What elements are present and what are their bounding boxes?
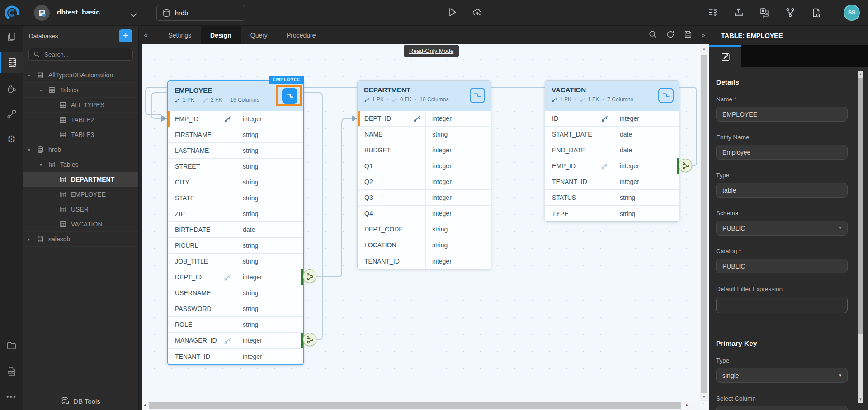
tree-item-employee[interactable]: EMPLOYEE: [23, 187, 138, 202]
search-box[interactable]: [28, 48, 133, 61]
er-column-firstname[interactable]: FIRSTNAMEstring: [168, 127, 303, 143]
chevron-down-icon[interactable]: [130, 11, 137, 19]
user-avatar[interactable]: SS: [844, 5, 860, 21]
er-column-budget[interactable]: BUDGETinteger: [358, 142, 491, 158]
translate-icon[interactable]: [759, 7, 770, 18]
tree-chevron-icon[interactable]: ▾: [40, 88, 48, 93]
pages-icon[interactable]: [0, 26, 23, 47]
er-relations-button[interactable]: [658, 88, 674, 103]
play-icon[interactable]: [447, 7, 458, 18]
er-column-start_date[interactable]: START_DATEdate: [545, 127, 679, 142]
workspace-avatar[interactable]: [34, 5, 50, 21]
tasks-checklist-icon[interactable]: [708, 7, 718, 18]
er-column-status[interactable]: STATUSstring: [545, 190, 679, 206]
er-column-lastname[interactable]: LASTNAMEstring: [168, 143, 303, 159]
type-field[interactable]: [716, 183, 848, 198]
tree-item-hrdb[interactable]: ▾hrdb: [23, 142, 138, 157]
scroll-down-icon[interactable]: ▼: [858, 397, 863, 401]
er-column-q1[interactable]: Q1integer: [358, 158, 491, 174]
er-column-id[interactable]: IDinteger: [545, 111, 679, 127]
tab-design[interactable]: Design: [201, 26, 241, 44]
scroll-left-icon[interactable]: ◂: [143, 402, 146, 407]
er-column-manager_id[interactable]: MANAGER_IDinteger: [168, 333, 303, 349]
er-table-header[interactable]: EMPLOYEE 1 PK·2 FK·16 Columns: [168, 81, 303, 111]
chevron-double-right-icon[interactable]: »: [701, 31, 705, 39]
er-table-vacation[interactable]: VACATION 1 PK·1 FK·7 Columns IDintegerST…: [545, 80, 679, 222]
er-table-header[interactable]: DEPARTMENT 1 PK·0 FK·10 Columns: [358, 81, 491, 111]
tree-chevron-icon[interactable]: ▸: [28, 237, 37, 242]
tree-item-salesdb[interactable]: ▸salesdb: [23, 232, 138, 247]
er-column-name[interactable]: NAMEstring: [358, 127, 491, 142]
er-column-picurl[interactable]: PICURLstring: [168, 238, 303, 254]
er-table-header[interactable]: VACATION 1 PK·1 FK·7 Columns: [545, 81, 679, 111]
er-column-location[interactable]: LOCATIONstring: [358, 237, 491, 253]
er-column-end_date[interactable]: END_DATEdate: [545, 142, 679, 158]
er-column-q2[interactable]: Q2integer: [358, 174, 491, 190]
tree-item-table3[interactable]: TABLE3: [23, 127, 138, 142]
select-column-select[interactable]: EMP_ID▾: [716, 406, 848, 410]
tree-chevron-icon[interactable]: ▾: [28, 147, 37, 152]
relation-badge-vacation[interactable]: [679, 159, 692, 172]
pipeline-icon[interactable]: [0, 104, 23, 124]
tab-settings[interactable]: Settings: [159, 26, 201, 44]
scroll-right-icon[interactable]: ▸: [686, 402, 689, 407]
tab-query[interactable]: Query: [241, 26, 277, 44]
er-column-state[interactable]: STATEstring: [168, 190, 303, 206]
er-table-department[interactable]: DEPARTMENT 1 PK·0 FK·10 Columns DEPT_IDi…: [357, 80, 491, 269]
er-column-q3[interactable]: Q3integer: [358, 190, 491, 206]
export-icon[interactable]: [733, 7, 744, 18]
relation-badge-dept[interactable]: [303, 269, 316, 283]
app-logo-icon[interactable]: [4, 5, 20, 21]
relation-badge-manager[interactable]: [303, 333, 316, 346]
er-column-city[interactable]: CITYstring: [168, 174, 303, 190]
vertical-scroll-thumb[interactable]: [701, 55, 707, 393]
catalog-field[interactable]: [716, 259, 848, 273]
pk-type-select[interactable]: single▾: [716, 368, 848, 383]
databases-icon[interactable]: [0, 52, 23, 73]
tree-chevron-icon[interactable]: ▾: [40, 162, 48, 167]
refresh-icon[interactable]: [666, 30, 675, 41]
er-column-dept_id[interactable]: DEPT_IDinteger: [358, 111, 491, 127]
tree-item-table2[interactable]: TABLE2: [23, 113, 138, 127]
schema-select[interactable]: PUBLIC▾: [716, 221, 848, 236]
add-database-button[interactable]: +: [119, 29, 132, 42]
scroll-down-icon[interactable]: ▼: [700, 395, 708, 399]
name-field[interactable]: [716, 107, 848, 122]
er-column-tenant_id[interactable]: TENANT_IDinteger: [545, 174, 679, 190]
tree-item-user[interactable]: USER: [23, 202, 138, 217]
er-column-username[interactable]: USERNAMEstring: [168, 285, 303, 301]
er-relations-button[interactable]: [470, 88, 485, 103]
panel-scrollbar[interactable]: ▲ ▼: [858, 71, 863, 403]
horizontal-scroll-thumb[interactable]: [149, 402, 681, 409]
collapse-sidebar-icon[interactable]: «: [144, 31, 148, 40]
er-relations-button[interactable]: [282, 88, 297, 104]
settings-gear-icon[interactable]: ⚙: [0, 128, 23, 149]
share-network-icon[interactable]: [785, 7, 796, 18]
er-column-type[interactable]: TYPEstring: [545, 206, 679, 221]
tree-chevron-icon[interactable]: ▾: [28, 73, 37, 78]
er-column-emp_id[interactable]: EMP_IDinteger: [545, 158, 679, 174]
er-column-birthdate[interactable]: BIRTHDATEdate: [168, 222, 303, 238]
cloud-upload-icon[interactable]: [472, 7, 483, 18]
panel-scroll-thumb[interactable]: [858, 78, 863, 334]
tree-item-tables[interactable]: ▾Tables: [23, 83, 138, 98]
er-column-dept_id[interactable]: DEPT_IDinteger: [168, 269, 303, 285]
canvas-vertical-scrollbar[interactable]: ▲ ▼: [700, 44, 708, 401]
er-column-password[interactable]: PASSWORDstring: [168, 301, 303, 317]
search-icon[interactable]: [648, 30, 657, 41]
scroll-up-icon[interactable]: ▲: [700, 47, 708, 51]
er-table-employee[interactable]: EMPLOYEE EMPLOYEE 1 PK·2 FK·16 Columns E…: [167, 80, 304, 365]
scroll-up-icon[interactable]: ▲: [858, 72, 863, 76]
er-column-dept_code[interactable]: DEPT_CODEstring: [358, 221, 491, 237]
canvas-horizontal-scrollbar[interactable]: ◂ ▸: [142, 401, 700, 410]
er-canvas[interactable]: EMPLOYEE EMPLOYEE 1 PK·2 FK·16 Columns E…: [142, 44, 709, 410]
filter-field[interactable]: [716, 297, 848, 313]
er-column-tenant_id[interactable]: TENANT_IDinteger: [358, 253, 491, 269]
tree-item-tables[interactable]: ▾Tables: [23, 157, 138, 172]
er-column-tenant_id[interactable]: TENANT_IDinteger: [168, 349, 303, 364]
er-column-q4[interactable]: Q4integer: [358, 206, 491, 221]
tree-item-all-types[interactable]: ALL TYPES: [23, 98, 138, 113]
save-icon[interactable]: [684, 30, 693, 41]
tab-edit[interactable]: [709, 45, 741, 67]
coffee-icon[interactable]: [0, 78, 23, 99]
